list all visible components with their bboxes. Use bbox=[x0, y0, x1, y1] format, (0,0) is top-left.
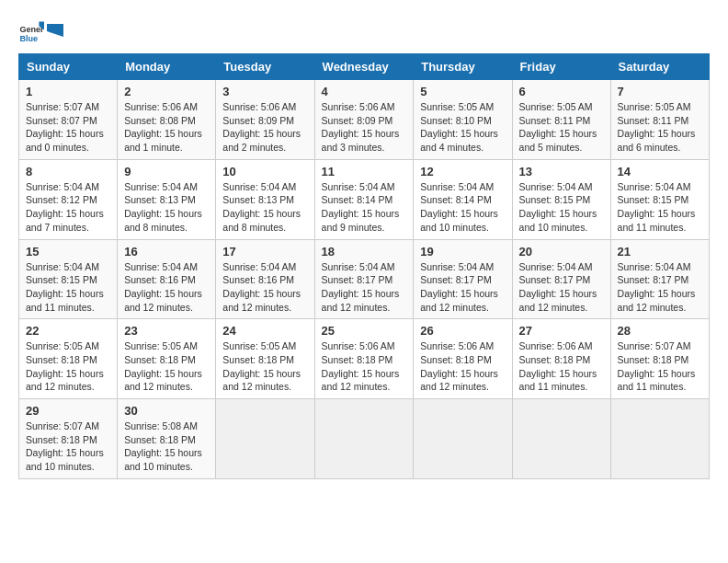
day-number: 17 bbox=[222, 245, 307, 259]
day-info: Sunrise: 5:04 AMSunset: 8:16 PMDaylight:… bbox=[222, 260, 307, 315]
weekday-header-wednesday: Wednesday bbox=[314, 54, 414, 80]
day-number: 9 bbox=[124, 165, 209, 178]
day-number: 28 bbox=[618, 324, 702, 338]
day-info: Sunrise: 5:05 AMSunset: 8:10 PMDaylight:… bbox=[420, 100, 505, 155]
day-number: 22 bbox=[26, 324, 110, 338]
calendar-cell: 3 Sunrise: 5:06 AMSunset: 8:09 PMDayligh… bbox=[216, 80, 314, 160]
day-info: Sunrise: 5:04 AMSunset: 8:15 PMDaylight:… bbox=[618, 180, 702, 235]
day-info: Sunrise: 5:04 AMSunset: 8:15 PMDaylight:… bbox=[519, 180, 604, 235]
calendar-cell: 24 Sunrise: 5:05 AMSunset: 8:18 PMDaylig… bbox=[216, 319, 314, 399]
day-info: Sunrise: 5:04 AMSunset: 8:14 PMDaylight:… bbox=[322, 180, 407, 235]
calendar-week-4: 22 Sunrise: 5:05 AMSunset: 8:18 PMDaylig… bbox=[19, 319, 710, 399]
calendar-cell: 6 Sunrise: 5:05 AMSunset: 8:11 PMDayligh… bbox=[512, 80, 610, 160]
day-number: 26 bbox=[420, 324, 505, 338]
day-info: Sunrise: 5:04 AMSunset: 8:17 PMDaylight:… bbox=[519, 260, 604, 315]
calendar-cell: 15 Sunrise: 5:04 AMSunset: 8:15 PMDaylig… bbox=[19, 239, 118, 319]
day-info: Sunrise: 5:06 AMSunset: 8:18 PMDaylight:… bbox=[322, 339, 407, 394]
calendar-table: SundayMondayTuesdayWednesdayThursdayFrid… bbox=[18, 53, 710, 479]
weekday-header-tuesday: Tuesday bbox=[216, 54, 314, 80]
day-number: 24 bbox=[222, 324, 307, 338]
calendar-cell: 16 Sunrise: 5:04 AMSunset: 8:16 PMDaylig… bbox=[118, 239, 216, 319]
calendar-week-5: 29 Sunrise: 5:07 AMSunset: 8:18 PMDaylig… bbox=[19, 399, 710, 479]
day-number: 8 bbox=[26, 165, 110, 178]
day-info: Sunrise: 5:05 AMSunset: 8:18 PMDaylight:… bbox=[222, 339, 307, 394]
weekday-header-monday: Monday bbox=[118, 54, 216, 80]
calendar-cell: 28 Sunrise: 5:07 AMSunset: 8:18 PMDaylig… bbox=[610, 319, 709, 399]
day-number: 29 bbox=[26, 404, 110, 418]
calendar-cell: 8 Sunrise: 5:04 AMSunset: 8:12 PMDayligh… bbox=[19, 159, 118, 239]
day-info: Sunrise: 5:04 AMSunset: 8:13 PMDaylight:… bbox=[124, 180, 209, 235]
day-info: Sunrise: 5:04 AMSunset: 8:15 PMDaylight:… bbox=[26, 260, 110, 315]
calendar-cell: 26 Sunrise: 5:06 AMSunset: 8:18 PMDaylig… bbox=[414, 319, 512, 399]
day-info: Sunrise: 5:05 AMSunset: 8:18 PMDaylight:… bbox=[124, 339, 209, 394]
calendar-cell: 12 Sunrise: 5:04 AMSunset: 8:14 PMDaylig… bbox=[414, 159, 512, 239]
calendar-cell: 7 Sunrise: 5:05 AMSunset: 8:11 PMDayligh… bbox=[610, 80, 709, 160]
day-number: 23 bbox=[124, 324, 209, 338]
day-number: 25 bbox=[322, 324, 407, 338]
day-info: Sunrise: 5:07 AMSunset: 8:07 PMDaylight:… bbox=[26, 100, 110, 155]
calendar-cell: 10 Sunrise: 5:04 AMSunset: 8:13 PMDaylig… bbox=[216, 159, 314, 239]
day-info: Sunrise: 5:04 AMSunset: 8:17 PMDaylight:… bbox=[618, 260, 702, 315]
calendar-cell bbox=[314, 399, 414, 479]
day-number: 19 bbox=[420, 245, 505, 259]
calendar-cell: 22 Sunrise: 5:05 AMSunset: 8:18 PMDaylig… bbox=[19, 319, 118, 399]
day-number: 30 bbox=[124, 404, 209, 418]
day-number: 12 bbox=[420, 165, 505, 178]
day-info: Sunrise: 5:04 AMSunset: 8:17 PMDaylight:… bbox=[322, 260, 407, 315]
weekday-header-saturday: Saturday bbox=[610, 54, 709, 80]
day-number: 11 bbox=[322, 165, 407, 178]
calendar-cell: 14 Sunrise: 5:04 AMSunset: 8:15 PMDaylig… bbox=[610, 159, 709, 239]
day-number: 1 bbox=[26, 85, 110, 98]
day-number: 13 bbox=[519, 165, 604, 178]
calendar-cell: 4 Sunrise: 5:06 AMSunset: 8:09 PMDayligh… bbox=[314, 80, 414, 160]
weekday-header-friday: Friday bbox=[512, 54, 610, 80]
calendar-cell: 20 Sunrise: 5:04 AMSunset: 8:17 PMDaylig… bbox=[512, 239, 610, 319]
calendar-week-2: 8 Sunrise: 5:04 AMSunset: 8:12 PMDayligh… bbox=[19, 159, 710, 239]
page-header: General Blue bbox=[18, 18, 710, 44]
day-info: Sunrise: 5:06 AMSunset: 8:18 PMDaylight:… bbox=[420, 339, 505, 394]
calendar-cell: 30 Sunrise: 5:08 AMSunset: 8:18 PMDaylig… bbox=[118, 399, 216, 479]
day-number: 3 bbox=[222, 85, 307, 98]
calendar-cell: 29 Sunrise: 5:07 AMSunset: 8:18 PMDaylig… bbox=[19, 399, 118, 479]
weekday-header-sunday: Sunday bbox=[19, 54, 118, 80]
day-number: 16 bbox=[124, 245, 209, 259]
day-number: 7 bbox=[618, 85, 702, 98]
day-number: 21 bbox=[618, 245, 702, 259]
day-info: Sunrise: 5:04 AMSunset: 8:12 PMDaylight:… bbox=[26, 180, 110, 235]
day-number: 27 bbox=[519, 324, 604, 338]
day-number: 10 bbox=[222, 165, 307, 178]
logo: General Blue bbox=[18, 18, 64, 44]
day-number: 5 bbox=[420, 85, 505, 98]
day-info: Sunrise: 5:07 AMSunset: 8:18 PMDaylight:… bbox=[618, 339, 702, 394]
day-number: 20 bbox=[519, 245, 604, 259]
calendar-cell: 17 Sunrise: 5:04 AMSunset: 8:16 PMDaylig… bbox=[216, 239, 314, 319]
calendar-cell: 19 Sunrise: 5:04 AMSunset: 8:17 PMDaylig… bbox=[414, 239, 512, 319]
calendar-cell bbox=[610, 399, 709, 479]
day-number: 18 bbox=[322, 245, 407, 259]
day-number: 15 bbox=[26, 245, 110, 259]
svg-marker-4 bbox=[47, 24, 63, 37]
calendar-cell: 1 Sunrise: 5:07 AMSunset: 8:07 PMDayligh… bbox=[19, 80, 118, 160]
weekday-header-thursday: Thursday bbox=[414, 54, 512, 80]
day-number: 6 bbox=[519, 85, 604, 98]
calendar-cell: 5 Sunrise: 5:05 AMSunset: 8:10 PMDayligh… bbox=[414, 80, 512, 160]
calendar-cell: 27 Sunrise: 5:06 AMSunset: 8:18 PMDaylig… bbox=[512, 319, 610, 399]
day-info: Sunrise: 5:06 AMSunset: 8:08 PMDaylight:… bbox=[124, 100, 209, 155]
day-info: Sunrise: 5:04 AMSunset: 8:16 PMDaylight:… bbox=[124, 260, 209, 315]
calendar-cell: 23 Sunrise: 5:05 AMSunset: 8:18 PMDaylig… bbox=[118, 319, 216, 399]
calendar-body: 1 Sunrise: 5:07 AMSunset: 8:07 PMDayligh… bbox=[19, 80, 710, 479]
day-info: Sunrise: 5:04 AMSunset: 8:13 PMDaylight:… bbox=[222, 180, 307, 235]
day-info: Sunrise: 5:05 AMSunset: 8:18 PMDaylight:… bbox=[26, 339, 110, 394]
weekday-header-row: SundayMondayTuesdayWednesdayThursdayFrid… bbox=[19, 54, 710, 80]
day-info: Sunrise: 5:04 AMSunset: 8:17 PMDaylight:… bbox=[420, 260, 505, 315]
day-number: 14 bbox=[618, 165, 702, 178]
day-info: Sunrise: 5:06 AMSunset: 8:09 PMDaylight:… bbox=[222, 100, 307, 155]
day-info: Sunrise: 5:06 AMSunset: 8:18 PMDaylight:… bbox=[519, 339, 604, 394]
calendar-cell: 11 Sunrise: 5:04 AMSunset: 8:14 PMDaylig… bbox=[314, 159, 414, 239]
calendar-cell: 9 Sunrise: 5:04 AMSunset: 8:13 PMDayligh… bbox=[118, 159, 216, 239]
calendar-cell bbox=[414, 399, 512, 479]
calendar-cell: 18 Sunrise: 5:04 AMSunset: 8:17 PMDaylig… bbox=[314, 239, 414, 319]
svg-text:Blue: Blue bbox=[19, 34, 38, 43]
calendar-cell bbox=[216, 399, 314, 479]
calendar-cell: 25 Sunrise: 5:06 AMSunset: 8:18 PMDaylig… bbox=[314, 319, 414, 399]
